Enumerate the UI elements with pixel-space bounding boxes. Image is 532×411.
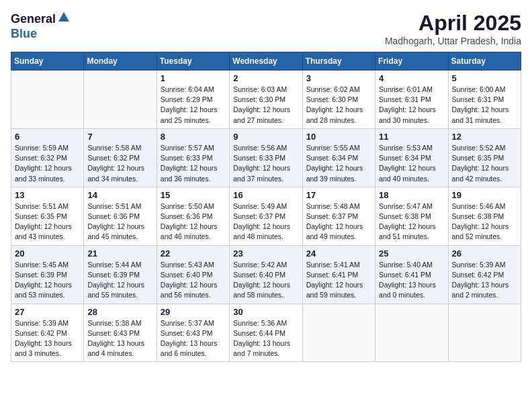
calendar-cell: 14Sunrise: 5:51 AMSunset: 6:36 PMDayligh… — [84, 187, 157, 245]
day-number: 15 — [161, 190, 226, 200]
calendar-cell: 26Sunrise: 5:39 AMSunset: 6:42 PMDayligh… — [448, 245, 521, 304]
day-number: 26 — [452, 248, 517, 259]
weekday-header-cell: Sunday — [11, 52, 84, 71]
calendar-cell: 11Sunrise: 5:53 AMSunset: 6:34 PMDayligh… — [375, 128, 448, 187]
weekday-header-cell: Thursday — [302, 52, 375, 71]
cell-info: Sunrise: 5:49 AMSunset: 6:37 PMDaylight:… — [233, 201, 298, 242]
cell-info: Sunrise: 5:43 AMSunset: 6:40 PMDaylight:… — [161, 260, 226, 301]
calendar-cell: 15Sunrise: 5:50 AMSunset: 6:36 PMDayligh… — [157, 187, 229, 245]
cell-info: Sunrise: 6:04 AMSunset: 6:29 PMDaylight:… — [161, 85, 226, 126]
cell-info: Sunrise: 6:01 AMSunset: 6:31 PMDaylight:… — [379, 85, 444, 126]
day-number: 4 — [379, 73, 444, 83]
cell-info: Sunrise: 5:53 AMSunset: 6:34 PMDaylight:… — [379, 143, 444, 184]
calendar-cell: 5Sunrise: 6:00 AMSunset: 6:31 PMDaylight… — [448, 71, 521, 129]
calendar-cell: 8Sunrise: 5:57 AMSunset: 6:33 PMDaylight… — [157, 128, 229, 187]
calendar-week-row: 6Sunrise: 5:59 AMSunset: 6:32 PMDaylight… — [11, 128, 521, 187]
day-number: 12 — [452, 132, 517, 142]
cell-info: Sunrise: 5:50 AMSunset: 6:36 PMDaylight:… — [161, 201, 226, 242]
day-number: 28 — [87, 307, 152, 317]
calendar-cell: 12Sunrise: 5:52 AMSunset: 6:35 PMDayligh… — [448, 128, 521, 187]
calendar-cell — [375, 304, 448, 362]
calendar-cell: 7Sunrise: 5:58 AMSunset: 6:32 PMDaylight… — [84, 128, 157, 187]
day-number: 2 — [233, 73, 298, 83]
calendar-cell: 30Sunrise: 5:36 AMSunset: 6:44 PMDayligh… — [230, 304, 302, 362]
calendar-cell: 6Sunrise: 5:59 AMSunset: 6:32 PMDaylight… — [11, 128, 84, 187]
calendar-cell: 18Sunrise: 5:47 AMSunset: 6:38 PMDayligh… — [375, 187, 448, 245]
cell-info: Sunrise: 5:55 AMSunset: 6:34 PMDaylight:… — [306, 143, 371, 184]
calendar-cell: 4Sunrise: 6:01 AMSunset: 6:31 PMDaylight… — [375, 71, 448, 129]
logo-general: General — [11, 12, 56, 26]
cell-info: Sunrise: 5:52 AMSunset: 6:35 PMDaylight:… — [452, 143, 517, 184]
cell-info: Sunrise: 5:38 AMSunset: 6:43 PMDaylight:… — [87, 318, 152, 359]
cell-info: Sunrise: 6:00 AMSunset: 6:31 PMDaylight:… — [452, 85, 517, 126]
calendar-cell: 10Sunrise: 5:55 AMSunset: 6:34 PMDayligh… — [302, 128, 375, 187]
cell-info: Sunrise: 5:56 AMSunset: 6:33 PMDaylight:… — [233, 143, 298, 184]
day-number: 13 — [15, 190, 80, 200]
calendar-cell: 23Sunrise: 5:42 AMSunset: 6:40 PMDayligh… — [230, 245, 302, 304]
day-number: 21 — [87, 248, 152, 259]
cell-info: Sunrise: 5:45 AMSunset: 6:39 PMDaylight:… — [15, 260, 80, 301]
calendar-cell: 24Sunrise: 5:41 AMSunset: 6:41 PMDayligh… — [302, 245, 375, 304]
calendar-cell: 25Sunrise: 5:40 AMSunset: 6:41 PMDayligh… — [375, 245, 448, 304]
cell-info: Sunrise: 5:46 AMSunset: 6:38 PMDaylight:… — [452, 201, 517, 242]
svg-marker-0 — [58, 12, 69, 21]
calendar-cell: 19Sunrise: 5:46 AMSunset: 6:38 PMDayligh… — [448, 187, 521, 245]
cell-info: Sunrise: 5:48 AMSunset: 6:37 PMDaylight:… — [306, 201, 371, 242]
weekday-header-cell: Tuesday — [157, 52, 229, 71]
calendar-week-row: 27Sunrise: 5:39 AMSunset: 6:42 PMDayligh… — [11, 304, 521, 362]
weekday-header-cell: Monday — [84, 52, 157, 71]
cell-info: Sunrise: 5:37 AMSunset: 6:43 PMDaylight:… — [161, 318, 226, 359]
cell-info: Sunrise: 6:02 AMSunset: 6:30 PMDaylight:… — [306, 85, 371, 126]
calendar-cell — [11, 71, 84, 129]
calendar-cell: 21Sunrise: 5:44 AMSunset: 6:39 PMDayligh… — [84, 245, 157, 304]
title-block: April 2025 Madhogarh, Uttar Pradesh, Ind… — [385, 11, 521, 46]
day-number: 29 — [161, 307, 226, 317]
day-number: 10 — [306, 132, 371, 142]
weekday-header-cell: Saturday — [448, 52, 521, 71]
calendar-cell: 2Sunrise: 6:03 AMSunset: 6:30 PMDaylight… — [230, 71, 302, 129]
calendar-cell: 27Sunrise: 5:39 AMSunset: 6:42 PMDayligh… — [11, 304, 84, 362]
day-number: 30 — [233, 307, 298, 317]
day-number: 22 — [161, 248, 226, 259]
calendar-cell: 20Sunrise: 5:45 AMSunset: 6:39 PMDayligh… — [11, 245, 84, 304]
calendar-cell: 1Sunrise: 6:04 AMSunset: 6:29 PMDaylight… — [157, 71, 229, 129]
logo-icon — [57, 11, 71, 24]
day-number: 27 — [15, 307, 80, 317]
day-number: 23 — [233, 248, 298, 259]
cell-info: Sunrise: 5:58 AMSunset: 6:32 PMDaylight:… — [87, 143, 152, 184]
page-header: General Blue April 2025 Madhogarh, Uttar… — [11, 11, 521, 46]
day-number: 5 — [452, 73, 517, 83]
cell-info: Sunrise: 5:36 AMSunset: 6:44 PMDaylight:… — [233, 318, 298, 359]
day-number: 24 — [306, 248, 371, 259]
calendar-cell — [448, 304, 521, 362]
cell-info: Sunrise: 5:47 AMSunset: 6:38 PMDaylight:… — [379, 201, 444, 242]
cell-info: Sunrise: 5:42 AMSunset: 6:40 PMDaylight:… — [233, 260, 298, 301]
day-number: 25 — [379, 248, 444, 259]
calendar-cell: 29Sunrise: 5:37 AMSunset: 6:43 PMDayligh… — [157, 304, 229, 362]
calendar-week-row: 13Sunrise: 5:51 AMSunset: 6:35 PMDayligh… — [11, 187, 521, 245]
calendar-cell: 9Sunrise: 5:56 AMSunset: 6:33 PMDaylight… — [230, 128, 302, 187]
day-number: 11 — [379, 132, 444, 142]
cell-info: Sunrise: 5:41 AMSunset: 6:41 PMDaylight:… — [306, 260, 371, 301]
cell-info: Sunrise: 5:59 AMSunset: 6:32 PMDaylight:… — [15, 143, 80, 184]
day-number: 19 — [452, 190, 517, 200]
calendar-cell — [84, 71, 157, 129]
cell-info: Sunrise: 5:40 AMSunset: 6:41 PMDaylight:… — [379, 260, 444, 301]
day-number: 8 — [161, 132, 226, 142]
day-number: 16 — [233, 190, 298, 200]
day-number: 3 — [306, 73, 371, 83]
month-title: April 2025 — [385, 11, 521, 36]
calendar-cell — [302, 304, 375, 362]
location: Madhogarh, Uttar Pradesh, India — [385, 36, 521, 46]
cell-info: Sunrise: 5:57 AMSunset: 6:33 PMDaylight:… — [161, 143, 226, 184]
calendar-cell: 13Sunrise: 5:51 AMSunset: 6:35 PMDayligh… — [11, 187, 84, 245]
weekday-header-cell: Friday — [375, 52, 448, 71]
day-number: 14 — [87, 190, 152, 200]
weekday-header-row: SundayMondayTuesdayWednesdayThursdayFrid… — [11, 52, 521, 71]
calendar-cell: 28Sunrise: 5:38 AMSunset: 6:43 PMDayligh… — [84, 304, 157, 362]
calendar-cell: 3Sunrise: 6:02 AMSunset: 6:30 PMDaylight… — [302, 71, 375, 129]
cell-info: Sunrise: 5:44 AMSunset: 6:39 PMDaylight:… — [87, 260, 152, 301]
calendar-cell: 17Sunrise: 5:48 AMSunset: 6:37 PMDayligh… — [302, 187, 375, 245]
calendar-week-row: 20Sunrise: 5:45 AMSunset: 6:39 PMDayligh… — [11, 245, 521, 304]
day-number: 20 — [15, 248, 80, 259]
